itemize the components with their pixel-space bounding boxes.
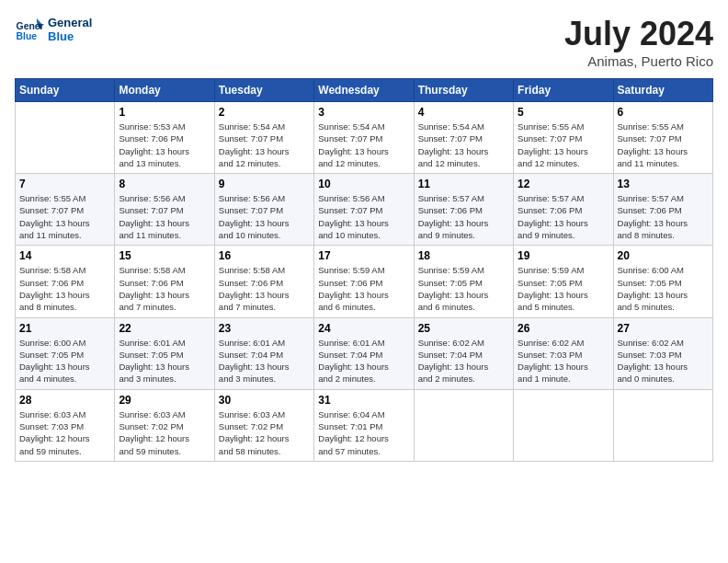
- title-area: July 2024 Animas, Puerto Rico: [564, 15, 713, 69]
- day-info: Sunrise: 5:55 AM Sunset: 7:07 PM Dayligh…: [19, 192, 110, 241]
- day-number: 24: [318, 322, 409, 335]
- weekday-header-monday: Monday: [115, 79, 214, 102]
- day-info: Sunrise: 5:58 AM Sunset: 7:06 PM Dayligh…: [119, 264, 210, 313]
- calendar-cell: 25Sunrise: 6:02 AM Sunset: 7:04 PM Dayli…: [414, 317, 513, 389]
- calendar-cell: 15Sunrise: 5:58 AM Sunset: 7:06 PM Dayli…: [115, 246, 214, 317]
- day-number: 2: [219, 106, 310, 119]
- day-info: Sunrise: 5:59 AM Sunset: 7:06 PM Dayligh…: [318, 264, 409, 313]
- day-info: Sunrise: 5:54 AM Sunset: 7:07 PM Dayligh…: [219, 121, 310, 169]
- day-number: 7: [19, 178, 110, 190]
- day-number: 5: [518, 106, 609, 119]
- day-info: Sunrise: 6:03 AM Sunset: 7:02 PM Dayligh…: [119, 408, 210, 457]
- svg-text:Blue: Blue: [17, 31, 38, 41]
- calendar-cell: 26Sunrise: 6:02 AM Sunset: 7:03 PM Dayli…: [514, 317, 613, 389]
- calendar-cell: 19Sunrise: 5:59 AM Sunset: 7:05 PM Dayli…: [514, 246, 613, 317]
- day-number: 13: [618, 178, 709, 190]
- day-info: Sunrise: 6:03 AM Sunset: 7:02 PM Dayligh…: [219, 408, 310, 457]
- weekday-header-saturday: Saturday: [613, 79, 712, 102]
- day-info: Sunrise: 6:00 AM Sunset: 7:05 PM Dayligh…: [618, 264, 709, 313]
- day-number: 29: [119, 394, 210, 407]
- day-info: Sunrise: 5:55 AM Sunset: 7:07 PM Dayligh…: [518, 121, 609, 169]
- calendar-cell: [414, 389, 513, 461]
- calendar-cell: 22Sunrise: 6:01 AM Sunset: 7:05 PM Dayli…: [115, 317, 214, 389]
- day-number: 26: [518, 322, 609, 335]
- day-number: 8: [119, 178, 210, 190]
- weekday-header-wednesday: Wednesday: [314, 79, 414, 102]
- logo-icon: General Blue: [15, 15, 44, 44]
- calendar-cell: 21Sunrise: 6:00 AM Sunset: 7:05 PM Dayli…: [16, 317, 115, 389]
- day-number: 3: [318, 106, 409, 119]
- calendar-cell: 10Sunrise: 5:56 AM Sunset: 7:07 PM Dayli…: [314, 174, 414, 246]
- day-info: Sunrise: 6:01 AM Sunset: 7:04 PM Dayligh…: [318, 337, 409, 385]
- calendar-cell: 5Sunrise: 5:55 AM Sunset: 7:07 PM Daylig…: [514, 102, 613, 174]
- day-number: 1: [119, 106, 210, 119]
- day-number: 15: [119, 249, 210, 262]
- day-info: Sunrise: 5:56 AM Sunset: 7:07 PM Dayligh…: [219, 192, 310, 241]
- calendar-cell: 14Sunrise: 5:58 AM Sunset: 7:06 PM Dayli…: [16, 246, 115, 317]
- day-number: 22: [119, 322, 210, 335]
- calendar-cell: 23Sunrise: 6:01 AM Sunset: 7:04 PM Dayli…: [214, 317, 313, 389]
- day-number: 20: [618, 249, 709, 262]
- day-info: Sunrise: 5:53 AM Sunset: 7:06 PM Dayligh…: [119, 121, 210, 169]
- day-number: 11: [418, 178, 509, 190]
- calendar-cell: 28Sunrise: 6:03 AM Sunset: 7:03 PM Dayli…: [16, 389, 115, 461]
- calendar-cell: 27Sunrise: 6:02 AM Sunset: 7:03 PM Dayli…: [613, 317, 712, 389]
- day-info: Sunrise: 5:58 AM Sunset: 7:06 PM Dayligh…: [19, 264, 110, 313]
- day-info: Sunrise: 5:57 AM Sunset: 7:06 PM Dayligh…: [518, 192, 609, 241]
- week-row-5: 28Sunrise: 6:03 AM Sunset: 7:03 PM Dayli…: [16, 389, 713, 461]
- calendar-cell: 6Sunrise: 5:55 AM Sunset: 7:07 PM Daylig…: [613, 102, 712, 174]
- day-info: Sunrise: 5:56 AM Sunset: 7:07 PM Dayligh…: [318, 192, 409, 241]
- day-info: Sunrise: 6:02 AM Sunset: 7:03 PM Dayligh…: [518, 337, 609, 385]
- calendar-cell: 1Sunrise: 5:53 AM Sunset: 7:06 PM Daylig…: [115, 102, 214, 174]
- location: Animas, Puerto Rico: [564, 53, 713, 69]
- calendar-cell: 24Sunrise: 6:01 AM Sunset: 7:04 PM Dayli…: [314, 317, 414, 389]
- day-number: 21: [19, 322, 110, 335]
- month-title: July 2024: [564, 15, 713, 53]
- day-number: 23: [219, 322, 310, 335]
- day-info: Sunrise: 5:56 AM Sunset: 7:07 PM Dayligh…: [119, 192, 210, 241]
- day-info: Sunrise: 5:54 AM Sunset: 7:07 PM Dayligh…: [318, 121, 409, 169]
- day-info: Sunrise: 5:55 AM Sunset: 7:07 PM Dayligh…: [618, 121, 709, 169]
- calendar-cell: 4Sunrise: 5:54 AM Sunset: 7:07 PM Daylig…: [414, 102, 513, 174]
- calendar-cell: [514, 389, 613, 461]
- page-header: General Blue General Blue July 2024 Anim…: [15, 15, 713, 69]
- weekday-header-sunday: Sunday: [16, 79, 115, 102]
- day-number: 17: [318, 249, 409, 262]
- weekday-header-thursday: Thursday: [414, 79, 513, 102]
- calendar-cell: 13Sunrise: 5:57 AM Sunset: 7:06 PM Dayli…: [613, 174, 712, 246]
- logo: General Blue General Blue: [15, 15, 92, 44]
- day-info: Sunrise: 6:04 AM Sunset: 7:01 PM Dayligh…: [318, 408, 409, 457]
- day-info: Sunrise: 5:57 AM Sunset: 7:06 PM Dayligh…: [418, 192, 509, 241]
- week-row-3: 14Sunrise: 5:58 AM Sunset: 7:06 PM Dayli…: [16, 246, 713, 317]
- day-info: Sunrise: 5:57 AM Sunset: 7:06 PM Dayligh…: [618, 192, 709, 241]
- calendar-cell: [16, 102, 115, 174]
- logo-line1: General: [48, 16, 92, 29]
- day-info: Sunrise: 5:54 AM Sunset: 7:07 PM Dayligh…: [418, 121, 509, 169]
- day-number: 27: [618, 322, 709, 335]
- day-info: Sunrise: 6:03 AM Sunset: 7:03 PM Dayligh…: [19, 408, 110, 457]
- calendar-cell: 18Sunrise: 5:59 AM Sunset: 7:05 PM Dayli…: [414, 246, 513, 317]
- weekday-header-tuesday: Tuesday: [214, 79, 313, 102]
- day-number: 6: [618, 106, 709, 119]
- day-info: Sunrise: 6:00 AM Sunset: 7:05 PM Dayligh…: [19, 337, 110, 385]
- day-number: 10: [318, 178, 409, 190]
- weekday-header-friday: Friday: [514, 79, 613, 102]
- day-info: Sunrise: 6:02 AM Sunset: 7:03 PM Dayligh…: [618, 337, 709, 385]
- week-row-1: 1Sunrise: 5:53 AM Sunset: 7:06 PM Daylig…: [16, 102, 713, 174]
- day-info: Sunrise: 6:01 AM Sunset: 7:05 PM Dayligh…: [119, 337, 210, 385]
- calendar-cell: 29Sunrise: 6:03 AM Sunset: 7:02 PM Dayli…: [115, 389, 214, 461]
- calendar-cell: 9Sunrise: 5:56 AM Sunset: 7:07 PM Daylig…: [214, 174, 313, 246]
- calendar-cell: 2Sunrise: 5:54 AM Sunset: 7:07 PM Daylig…: [214, 102, 313, 174]
- day-number: 31: [318, 394, 409, 407]
- calendar-cell: 20Sunrise: 6:00 AM Sunset: 7:05 PM Dayli…: [613, 246, 712, 317]
- day-info: Sunrise: 5:59 AM Sunset: 7:05 PM Dayligh…: [518, 264, 609, 313]
- day-number: 12: [518, 178, 609, 190]
- day-number: 9: [219, 178, 310, 190]
- day-number: 4: [418, 106, 509, 119]
- week-row-2: 7Sunrise: 5:55 AM Sunset: 7:07 PM Daylig…: [16, 174, 713, 246]
- day-number: 28: [19, 394, 110, 407]
- calendar-cell: 16Sunrise: 5:58 AM Sunset: 7:06 PM Dayli…: [214, 246, 313, 317]
- day-info: Sunrise: 5:59 AM Sunset: 7:05 PM Dayligh…: [418, 264, 509, 313]
- day-number: 18: [418, 249, 509, 262]
- day-number: 25: [418, 322, 509, 335]
